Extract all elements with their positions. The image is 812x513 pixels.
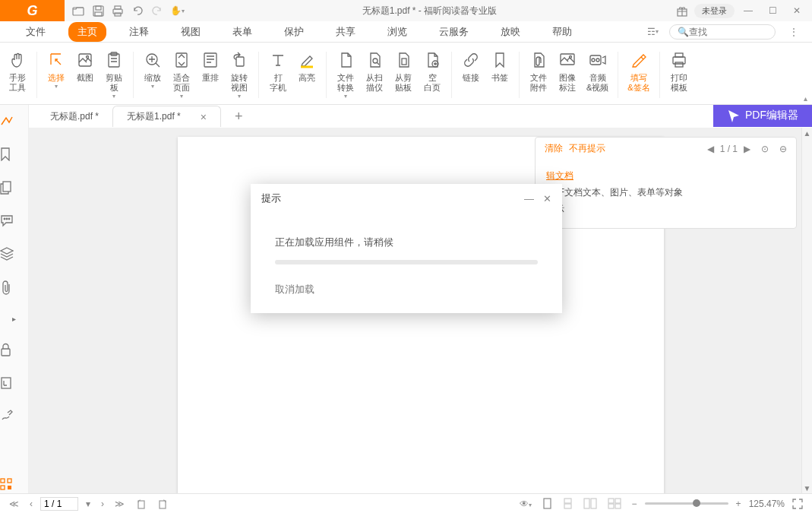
- dialog-cancel-button[interactable]: 取消加载: [251, 283, 562, 313]
- sidebar-signature-icon[interactable]: [0, 407, 28, 426]
- panel-settings-icon[interactable]: ⊙: [761, 144, 769, 154]
- zoom-out-button[interactable]: −: [629, 497, 640, 511]
- dialog-close-button[interactable]: ✕: [543, 193, 551, 204]
- rotate-view-button[interactable]: 旋转视图▾: [225, 49, 254, 101]
- dialog-minimize-button[interactable]: —: [524, 193, 534, 204]
- svg-point-29: [6, 218, 8, 220]
- panel-minimize-icon[interactable]: ⊖: [779, 144, 787, 154]
- undo-icon[interactable]: [128, 2, 147, 20]
- new-tab-button[interactable]: +: [229, 109, 249, 125]
- sidebar-layers-icon[interactable]: [0, 244, 28, 264]
- menu-share[interactable]: 共享: [327, 22, 365, 42]
- file-convert-button[interactable]: 文件转换▾: [331, 49, 360, 101]
- find-toggle-icon[interactable]: ☶▾: [643, 23, 662, 41]
- page-number-input[interactable]: [40, 497, 78, 511]
- print-template-button[interactable]: 打印模板: [665, 49, 694, 101]
- minimize-button[interactable]: —: [738, 2, 759, 20]
- sidebar-comment-icon[interactable]: [0, 211, 28, 230]
- panel-link[interactable]: 辑文档: [546, 170, 573, 181]
- menu-browse[interactable]: 浏览: [378, 22, 416, 42]
- svg-rect-47: [591, 499, 596, 508]
- login-button[interactable]: 未登录: [694, 4, 735, 18]
- zoom-slider[interactable]: [645, 502, 728, 505]
- read-mode-icon[interactable]: 👁▾: [517, 497, 535, 511]
- highlight-button[interactable]: 高亮: [292, 49, 321, 101]
- menu-file[interactable]: 文件: [17, 22, 55, 42]
- sidebar-security-icon[interactable]: [0, 340, 28, 359]
- title-bar: G ✋▾ 无标题1.pdf * - 福昕阅读器专业版 未登录 — ☐ ✕: [0, 0, 812, 21]
- vertical-scrollbar[interactable]: ▲ ▼: [801, 128, 812, 493]
- panel-noprompt-button[interactable]: 不再提示: [569, 142, 605, 155]
- close-tab-icon[interactable]: ×: [201, 111, 207, 123]
- tab-doc-0[interactable]: 无标题.pdf *: [36, 106, 112, 127]
- facing-icon[interactable]: [580, 496, 600, 511]
- bookmark-button[interactable]: 书签: [485, 49, 514, 101]
- more-menu-icon[interactable]: ⋮: [783, 27, 804, 37]
- sidebar-bookmark-icon[interactable]: [0, 144, 28, 164]
- select-button[interactable]: 选择▾: [42, 49, 71, 101]
- snapshot-button[interactable]: 截图: [71, 49, 100, 101]
- sidebar-attach-icon[interactable]: [0, 277, 28, 298]
- tab-doc-1[interactable]: 无标题1.pdf *×: [112, 106, 221, 127]
- maximize-button[interactable]: ☐: [762, 2, 783, 20]
- scroll-down-icon[interactable]: ▼: [802, 483, 812, 493]
- first-page-button[interactable]: ≪: [6, 497, 22, 511]
- file-attach-button[interactable]: 文件附件: [524, 49, 553, 101]
- from-clipboard-button[interactable]: 从剪贴板: [389, 49, 418, 101]
- menu-view[interactable]: 视图: [172, 22, 210, 42]
- save-icon[interactable]: [89, 2, 107, 20]
- page-dropdown-icon[interactable]: ▾: [83, 497, 93, 511]
- svg-rect-32: [2, 378, 11, 388]
- close-window-button[interactable]: ✕: [786, 2, 807, 20]
- fit-page-button[interactable]: 适合页面▾: [167, 49, 196, 101]
- panel-next-icon[interactable]: ▶: [744, 144, 750, 154]
- prev-page-button[interactable]: ‹: [27, 497, 36, 511]
- redo-icon[interactable]: [148, 2, 166, 20]
- menu-form[interactable]: 表单: [223, 22, 261, 42]
- menu-cloud[interactable]: 云服务: [430, 22, 478, 42]
- search-input[interactable]: [689, 27, 757, 37]
- sidebar-start-icon[interactable]: [0, 111, 28, 131]
- pdf-editor-button[interactable]: PDF编辑器: [713, 105, 812, 127]
- image-annotate-button[interactable]: 图像标注: [553, 49, 582, 101]
- menu-play[interactable]: 放映: [491, 22, 529, 42]
- link-button[interactable]: 链接: [457, 49, 485, 101]
- facing-continuous-icon[interactable]: [605, 496, 624, 511]
- zoom-in-button[interactable]: +: [733, 497, 744, 511]
- zoom-button[interactable]: 缩放▾: [138, 49, 167, 101]
- hand-dropdown-icon[interactable]: ✋▾: [168, 2, 186, 20]
- clipboard-button[interactable]: 剪贴板▾: [100, 49, 128, 101]
- blank-page-button[interactable]: 空白页: [418, 49, 447, 101]
- print-icon[interactable]: [109, 2, 127, 20]
- sidebar-apps-icon[interactable]: [0, 475, 28, 493]
- menu-help[interactable]: 帮助: [543, 22, 581, 42]
- typewriter-button[interactable]: 打字机: [264, 49, 292, 101]
- rotate-left-icon[interactable]: [132, 496, 150, 511]
- sidebar-pages-icon[interactable]: [0, 178, 28, 198]
- rotate-right-icon[interactable]: [154, 496, 172, 511]
- continuous-icon[interactable]: [560, 496, 576, 511]
- search-box[interactable]: 🔍: [669, 24, 776, 40]
- sidebar-expand-icon[interactable]: ▸: [0, 312, 28, 326]
- menu-comment[interactable]: 注释: [120, 22, 158, 42]
- from-scanner-button[interactable]: 从扫描仪: [360, 49, 389, 101]
- menu-protect[interactable]: 保护: [275, 22, 313, 42]
- audio-video-button[interactable]: 音频&视频: [582, 49, 613, 101]
- fullscreen-icon[interactable]: [789, 497, 806, 511]
- panel-clear-button[interactable]: 清除: [545, 142, 563, 155]
- open-icon[interactable]: [69, 2, 87, 20]
- next-page-button[interactable]: ›: [98, 497, 107, 511]
- scroll-up-icon[interactable]: ▲: [802, 128, 812, 138]
- menu-home[interactable]: 主页: [68, 22, 106, 42]
- sidebar-field-icon[interactable]: [0, 373, 28, 393]
- reflow-button[interactable]: 重排: [196, 49, 225, 101]
- panel-prev-icon[interactable]: ◀: [707, 144, 714, 154]
- fill-sign-button[interactable]: 填写&签名: [623, 49, 654, 101]
- ribbon-collapse-icon[interactable]: ▴: [804, 94, 807, 103]
- left-sidebar: ▸: [0, 105, 29, 493]
- hand-tool-button[interactable]: 手形工具: [3, 49, 32, 101]
- svg-rect-35: [1, 486, 5, 489]
- gift-icon[interactable]: [673, 2, 691, 20]
- single-page-icon[interactable]: [539, 496, 555, 511]
- last-page-button[interactable]: ≫: [112, 497, 128, 511]
